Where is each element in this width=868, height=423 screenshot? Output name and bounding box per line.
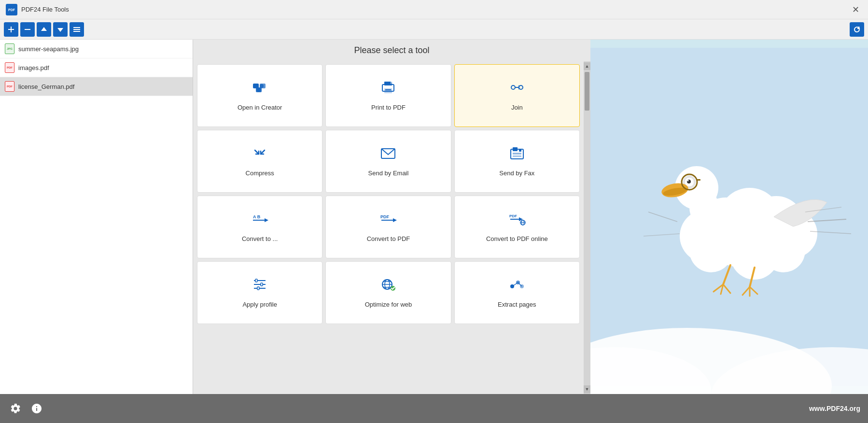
svg-rect-88 [697,179,700,181]
svg-rect-52 [257,287,259,290]
app-icon: PDF [6,4,17,15]
svg-rect-9 [73,31,80,32]
svg-rect-19 [385,89,391,90]
fax-icon [508,144,526,164]
tools-header: Please select a tool [193,40,590,61]
add-file-button[interactable] [4,22,18,37]
svg-marker-6 [57,28,63,32]
close-button[interactable]: ✕ [849,3,862,16]
svg-marker-40 [393,218,397,222]
file-panel: JPG summer-seapams.jpg PDF images.pdf PD… [0,40,193,394]
pdf-icon-2: PDF [5,81,14,92]
menu-button[interactable] [70,22,84,37]
convert-pdf-icon: PDF [379,210,397,230]
print-icon: PDF [379,79,397,99]
tool-join[interactable]: Join [454,64,580,127]
svg-point-24 [519,85,523,89]
tool-open-creator[interactable]: Open in Creator [197,64,322,127]
tool-convert-to-label: Convert to ... [242,235,278,243]
extract-icon [508,276,526,296]
svg-line-63 [518,282,522,286]
optimize-icon [379,276,397,296]
tool-print-to-pdf[interactable]: PDF Print to PDF [325,64,451,127]
file-item-2[interactable]: PDF license_German.pdf [0,77,193,96]
title-bar-left: PDF PDF24 File Tools [6,4,69,15]
tool-send-email[interactable]: Send by Email [325,130,451,193]
scrollbar-thumb [585,72,589,111]
svg-text:PDF: PDF [509,214,517,218]
svg-text:PDF: PDF [391,81,397,85]
svg-rect-8 [73,29,80,30]
compress-icon [251,144,268,164]
tool-extract-pages-label: Extract pages [498,300,536,309]
svg-point-15 [257,88,261,92]
svg-point-13 [254,84,258,88]
tool-open-creator-label: Open in Creator [238,103,282,112]
email-icon [379,144,397,164]
tool-extract-pages[interactable]: Extract pages [454,261,580,324]
settings-button[interactable] [8,401,23,416]
remove-file-button[interactable] [20,22,35,37]
svg-rect-4 [25,29,30,30]
scrollbar-track: ▲ ▼ [584,61,590,394]
tool-optimize-web[interactable]: Optimize for web [325,261,451,324]
svg-line-62 [512,282,518,286]
bottom-bar-left [8,401,44,416]
svg-rect-51 [261,283,263,286]
toolbar [0,19,868,40]
svg-text:PDF: PDF [380,214,390,219]
file-item-0[interactable]: JPG summer-seapams.jpg [0,40,193,58]
jpg-icon: JPG [5,43,14,54]
svg-rect-32 [513,155,521,157]
svg-rect-33 [519,149,521,152]
svg-point-74 [689,229,733,272]
file-name-0: summer-seapams.jpg [18,45,79,53]
svg-rect-20 [385,91,389,92]
svg-point-22 [511,85,515,89]
title-bar: PDF PDF24 File Tools ✕ [0,0,868,19]
tool-compress[interactable]: Compress [197,130,322,193]
scroll-down-button[interactable]: ▼ [584,385,590,393]
scroll-up-button[interactable]: ▲ [584,62,590,70]
move-up-button[interactable] [37,22,51,37]
tool-compress-label: Compress [246,169,274,178]
tool-send-email-label: Send by Email [368,169,409,178]
tool-convert-pdf[interactable]: PDF Convert to PDF [325,196,451,258]
join-icon [508,79,526,99]
tool-convert-pdf-online[interactable]: PDF Convert to PDF online [454,196,580,258]
tool-join-label: Join [511,103,523,112]
svg-point-76 [762,229,805,272]
svg-rect-30 [513,147,518,151]
svg-rect-3 [8,29,14,30]
move-down-button[interactable] [53,22,68,37]
convert-icon: A B [251,210,268,230]
info-button[interactable] [29,401,44,416]
main-content: JPG summer-seapams.jpg PDF images.pdf PD… [0,40,868,394]
file-item-1[interactable]: PDF images.pdf [0,58,193,77]
website-url: www.PDF24.org [809,405,860,412]
tool-send-fax[interactable]: Send by Fax [454,130,580,193]
convert-pdf-online-icon: PDF [508,210,526,230]
tool-optimize-web-label: Optimize for web [365,300,412,309]
creator-icon [251,79,268,99]
refresh-button[interactable] [850,22,864,37]
svg-point-14 [260,84,264,88]
pdf-icon-1: PDF [5,62,14,73]
tool-send-fax-label: Send by Fax [499,169,534,178]
tools-grid-wrapper: Open in Creator PDF Print [193,61,590,394]
bottom-bar: www.PDF24.org [0,394,868,423]
profile-icon [251,276,268,296]
svg-marker-5 [41,27,47,31]
tool-convert-to[interactable]: A B Convert to ... [197,196,322,258]
svg-text:A B: A B [253,214,261,219]
tool-apply-profile[interactable]: Apply profile [197,261,322,324]
svg-marker-37 [265,218,268,222]
svg-point-84 [687,180,689,182]
tools-panel: Please select a tool [193,40,590,394]
file-name-1: images.pdf [18,64,49,71]
svg-text:PDF: PDF [8,8,15,12]
svg-rect-7 [73,27,80,28]
app-title: PDF24 File Tools [21,6,69,13]
tools-grid: Open in Creator PDF Print [193,61,584,394]
svg-rect-50 [255,279,257,282]
